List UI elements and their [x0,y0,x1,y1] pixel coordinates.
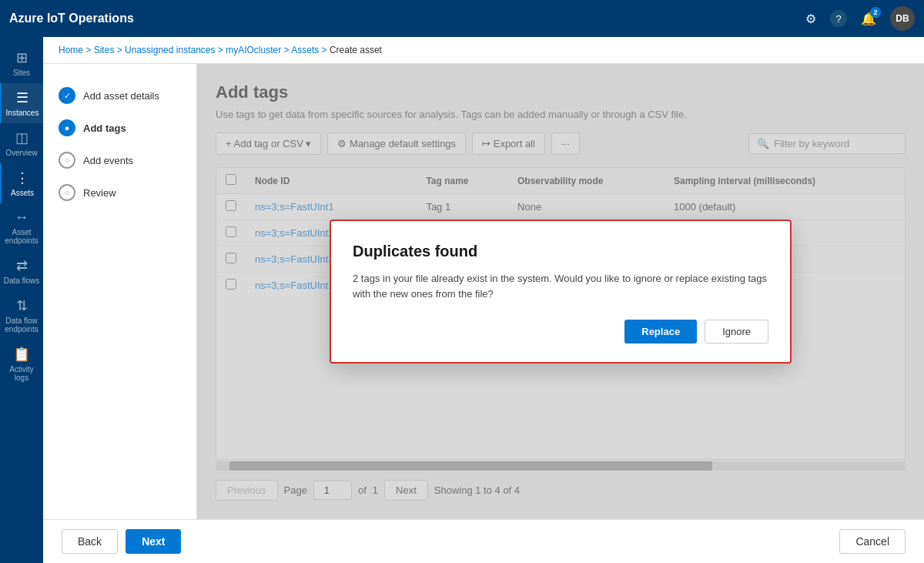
sidebar-label-overview: Overview [5,149,38,157]
notification-icon[interactable]: 🔔 2 [861,12,876,26]
step-label-1: Add asset details [83,90,159,102]
top-nav: Azure IoT Operations ⚙ ? 🔔 2 DB [0,0,924,37]
duplicates-dialog: Duplicates found 2 tags in your file alr… [330,220,792,364]
step-label-3: Add events [83,155,133,166]
sidebar-label-asset-endpoints: Asset endpoints [3,228,40,245]
content-area: Home > Sites > Unassigned instances > my… [43,37,924,563]
wizard-step-add-events[interactable]: ○ Add events [43,144,196,176]
data-flows-icon: ⇄ [16,257,28,274]
sidebar-item-instances[interactable]: ☰ Instances [0,83,43,123]
breadcrumb-cluster[interactable]: myAIOcluster [226,45,281,55]
overview-icon: ◫ [15,129,28,146]
sidebar-item-data-flow-endpoints[interactable]: ⇅ Data flow endpoints [0,291,43,340]
instances-icon: ☰ [16,89,28,106]
dialog-overlay: Duplicates found 2 tags in your file alr… [197,64,924,519]
step-circle-2: ● [59,119,75,136]
app-title: Azure IoT Operations [9,12,805,25]
cancel-button[interactable]: Cancel [839,529,906,554]
footer: Back Next Cancel [43,519,924,563]
assets-icon: ⋮ [15,169,29,186]
breadcrumb: Home > Sites > Unassigned instances > my… [43,37,924,64]
step-circle-1: ✓ [59,87,75,104]
back-button[interactable]: Back [62,529,118,554]
data-flow-endpoints-icon: ⇅ [16,297,28,314]
page-body: ✓ Add asset details ● Add tags ○ Add eve… [43,64,924,519]
sidebar-label-assets: Assets [11,189,34,197]
sidebar-label-instances: Instances [6,109,39,117]
sidebar-item-assets[interactable]: ⋮ Assets [0,163,43,203]
sidebar: ⊞ Sites ☰ Instances ◫ Overview ⋮ Assets … [0,37,43,563]
sidebar-label-sites: Sites [13,69,30,77]
next-button[interactable]: Next [126,529,181,554]
sidebar-item-activity-logs[interactable]: 📋 Activity logs [0,340,43,388]
dialog-actions: Replace Ignore [353,320,768,343]
sidebar-item-asset-endpoints[interactable]: ↔ Asset endpoints [0,203,43,251]
breadcrumb-unassigned[interactable]: Unassigned instances [125,45,215,55]
sidebar-item-data-flows[interactable]: ⇄ Data flows [0,251,43,291]
main-content: Add tags Use tags to get data from speci… [197,64,924,519]
breadcrumb-sites[interactable]: Sites [94,45,115,55]
step-label-4: Review [83,187,116,199]
notification-badge: 2 [870,7,881,18]
wizard-sidebar: ✓ Add asset details ● Add tags ○ Add eve… [43,64,197,519]
help-icon[interactable]: ? [830,10,847,27]
ignore-button[interactable]: Ignore [705,320,768,343]
breadcrumb-home[interactable]: Home [59,45,83,55]
activity-logs-icon: 📋 [13,346,30,363]
breadcrumb-current: Create asset [330,45,382,55]
sidebar-label-data-flows: Data flows [4,276,40,285]
wizard-step-review[interactable]: ○ Review [43,176,196,209]
sidebar-item-sites[interactable]: ⊞ Sites [0,43,43,83]
sites-icon: ⊞ [16,49,28,66]
step-circle-3: ○ [59,152,75,169]
sidebar-label-data-flow-endpoints: Data flow endpoints [3,317,40,333]
step-label-2: Add tags [83,122,126,134]
dialog-body: 2 tags in your file already exist in the… [353,271,768,301]
sidebar-label-activity-logs: Activity logs [3,365,40,382]
dialog-title: Duplicates found [353,243,768,260]
avatar[interactable]: DB [890,6,915,31]
main-layout: ⊞ Sites ☰ Instances ◫ Overview ⋮ Assets … [0,37,924,563]
wizard-step-asset-details[interactable]: ✓ Add asset details [43,79,196,112]
top-nav-icons: ⚙ ? 🔔 2 DB [805,6,915,31]
sidebar-item-overview[interactable]: ◫ Overview [0,123,43,163]
step-circle-4: ○ [59,184,75,201]
breadcrumb-assets[interactable]: Assets [291,45,319,55]
replace-button[interactable]: Replace [624,320,697,343]
settings-icon[interactable]: ⚙ [805,12,816,26]
asset-endpoints-icon: ↔ [15,209,28,226]
wizard-step-add-tags[interactable]: ● Add tags [43,112,196,144]
